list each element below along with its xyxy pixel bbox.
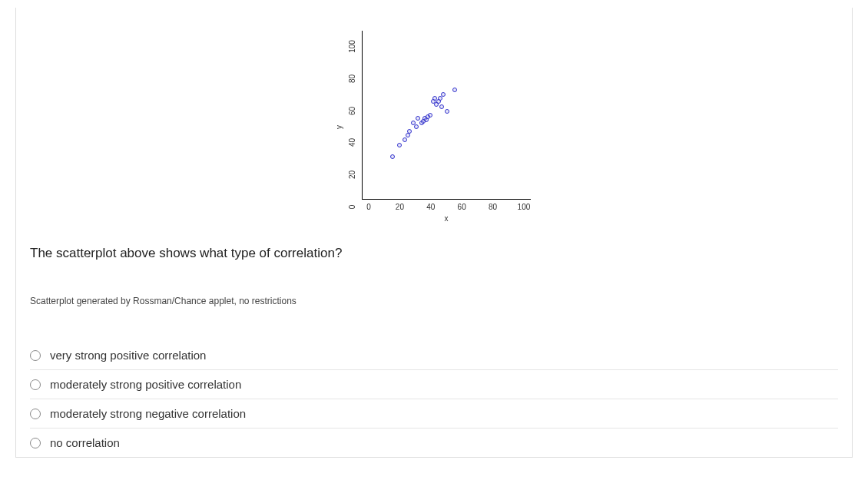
y-tick: 60 <box>348 104 356 117</box>
option-row[interactable]: moderately strong negative correlation <box>30 399 838 429</box>
scatter-point <box>407 129 412 134</box>
radio-icon[interactable] <box>30 409 41 419</box>
x-tick: 100 <box>517 203 531 211</box>
attribution-text: Scatterplot generated by Rossman/Chance … <box>30 296 838 306</box>
scatter-point <box>445 109 449 114</box>
scatter-point <box>428 113 432 117</box>
option-row[interactable]: very strong positive correlation <box>30 341 838 370</box>
y-tick: 80 <box>348 71 356 85</box>
scatter-point <box>441 92 446 97</box>
question-container: y 100 80 60 40 20 0 0 20 40 60 80 100 <box>15 8 853 458</box>
question-text: The scatterplot above shows what type of… <box>30 246 838 261</box>
chart-area: y 100 80 60 40 20 0 0 20 40 60 80 100 <box>337 31 531 223</box>
y-ticks: 100 80 60 40 20 0 <box>345 42 359 211</box>
scatter-point <box>390 154 395 159</box>
x-tick: 40 <box>424 203 438 211</box>
y-tick: 20 <box>348 168 356 182</box>
chart-wrapper: y 100 80 60 40 20 0 0 20 40 60 80 100 <box>30 31 838 223</box>
scatter-point <box>439 104 444 109</box>
scatter-point <box>414 124 419 129</box>
y-axis-label: y <box>335 125 343 129</box>
option-label: moderately strong positive correlation <box>50 378 241 391</box>
y-tick: 100 <box>348 40 356 54</box>
y-tick: 0 <box>348 200 356 213</box>
scatter-point <box>452 88 457 92</box>
plot-box: 0 20 40 60 80 100 x <box>362 31 531 223</box>
y-tick: 40 <box>348 136 356 150</box>
x-axis-label: x <box>362 214 531 223</box>
scatter-point <box>416 116 420 121</box>
option-label: moderately strong negative correlation <box>50 407 246 420</box>
option-label: no correlation <box>50 436 120 449</box>
x-tick: 0 <box>362 203 376 211</box>
x-ticks: 0 20 40 60 80 100 <box>362 203 531 211</box>
scatter-plot <box>362 31 531 200</box>
radio-icon[interactable] <box>30 379 41 390</box>
option-label: very strong positive correlation <box>50 349 206 362</box>
x-tick: 60 <box>455 203 469 211</box>
radio-icon[interactable] <box>30 350 41 361</box>
option-row[interactable]: no correlation <box>30 429 838 457</box>
scatter-point <box>397 143 402 147</box>
x-tick: 20 <box>393 203 406 211</box>
radio-icon[interactable] <box>30 438 41 448</box>
x-tick: 80 <box>486 203 500 211</box>
option-row[interactable]: moderately strong positive correlation <box>30 370 838 399</box>
scatter-point <box>403 137 407 142</box>
